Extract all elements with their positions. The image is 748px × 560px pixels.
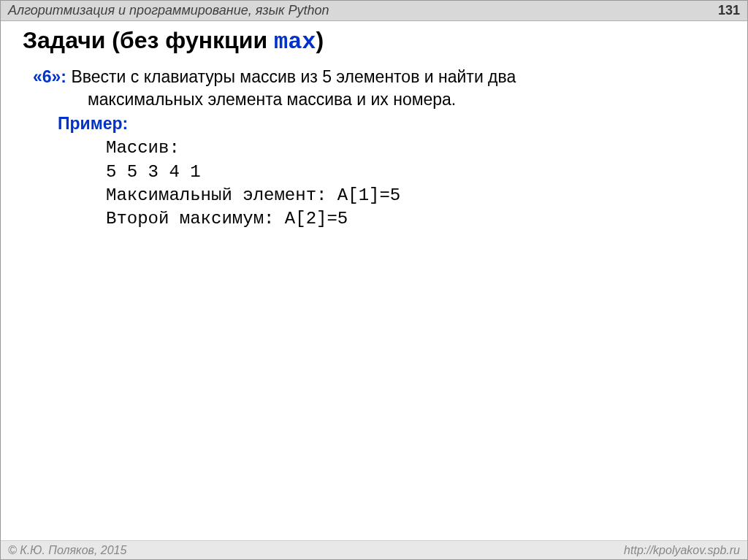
title-func: max <box>274 28 316 55</box>
footer-url: http://kpolyakov.spb.ru <box>624 544 740 557</box>
mono-line-4: Второй максимум: A[2]=5 <box>106 207 725 231</box>
task-line-2: максимальных элемента массива и их номер… <box>33 88 725 111</box>
footer-copyright: © К.Ю. Поляков, 2015 <box>8 544 126 557</box>
task-label: «6»: <box>33 67 66 86</box>
page-title: Задачи (без функции max) <box>23 27 725 55</box>
mono-line-3: Максимальный элемент: A[1]=5 <box>106 184 725 207</box>
example-label: Пример: <box>33 112 725 135</box>
header-title: Алгоритмизация и программирование, язык … <box>8 3 329 18</box>
task-text-first: Ввести с клавиатуры массив из 5 элементо… <box>66 67 516 86</box>
title-prefix: Задачи (без функции <box>23 27 274 53</box>
mono-line-2: 5 5 3 4 1 <box>106 161 725 184</box>
page-number: 131 <box>718 3 740 18</box>
example-output: Массив: 5 5 3 4 1 Максимальный элемент: … <box>33 137 725 231</box>
footer-bar: © К.Ю. Поляков, 2015 http://kpolyakov.sp… <box>1 540 747 559</box>
mono-line-1: Массив: <box>106 137 725 160</box>
header-bar: Алгоритмизация и программирование, язык … <box>1 1 747 21</box>
task-body: «6»: Ввести с клавиатуры массив из 5 эле… <box>23 66 725 231</box>
task-line-1: «6»: Ввести с клавиатуры массив из 5 эле… <box>33 66 725 88</box>
content-area: Задачи (без функции max) «6»: Ввести с к… <box>1 21 747 231</box>
title-suffix: ) <box>316 27 324 53</box>
